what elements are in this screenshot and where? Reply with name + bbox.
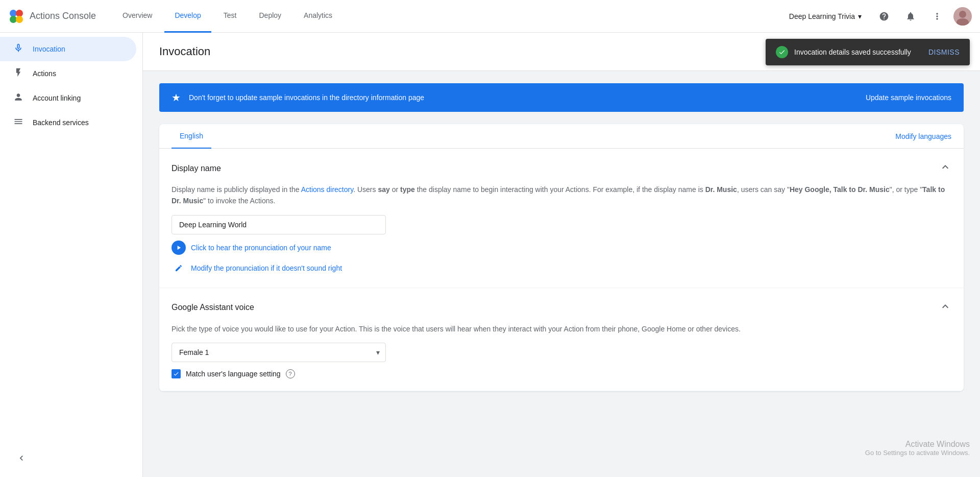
svg-point-5 <box>959 11 966 18</box>
avatar[interactable] <box>953 7 972 26</box>
info-banner: ★ Don't forget to update sample invocati… <box>159 83 964 112</box>
voice-select-wrapper: Female 1 Female 2 Male 1 Male 2 ▾ <box>172 343 386 362</box>
toast-dismiss-button[interactable]: Dismiss <box>928 48 960 56</box>
question-icon <box>879 11 889 21</box>
bell-icon <box>905 11 916 21</box>
display-name-toggle[interactable] <box>939 161 951 176</box>
voice-description: Pick the type of voice you would like to… <box>172 323 951 335</box>
svg-point-2 <box>10 16 17 23</box>
backend-icon <box>12 116 24 129</box>
app-layout: Invocation Actions Account linking Backe… <box>0 0 980 477</box>
project-selector[interactable]: Deep Learning Trivia ▾ <box>783 9 868 23</box>
app-title: Actions Console <box>30 11 96 21</box>
voice-section: Google Assistant voice Pick the type of … <box>159 288 964 391</box>
nav-overview[interactable]: Overview <box>112 0 162 33</box>
notifications-button[interactable] <box>900 6 921 27</box>
toast-message: Invocation details saved successfully <box>794 48 922 56</box>
actions-directory-link[interactable]: Actions directory <box>301 185 353 194</box>
svg-point-0 <box>10 10 17 17</box>
display-name-description: Display name is publicly displayed in th… <box>172 184 951 207</box>
display-name-header: Display name <box>172 161 951 176</box>
match-language-checkbox[interactable] <box>172 369 181 378</box>
play-icon <box>172 241 186 255</box>
update-invocations-link[interactable]: Update sample invocations <box>866 93 951 102</box>
page-title: Invocation <box>159 45 210 58</box>
banner-text: Don't forget to update sample invocation… <box>189 93 857 102</box>
display-name-title: Display name <box>172 164 221 173</box>
play-pronunciation-label: Click to hear the pronunciation of your … <box>191 244 331 252</box>
voice-header: Google Assistant voice <box>172 300 951 315</box>
google-logo-icon <box>8 8 24 25</box>
top-nav: Actions Console Overview Develop Test De… <box>0 0 980 33</box>
more-options-button[interactable] <box>927 6 947 27</box>
voice-title: Google Assistant voice <box>172 303 254 312</box>
voice-select[interactable]: Female 1 Female 2 Male 1 Male 2 <box>172 343 386 362</box>
main-card: English Modify languages Display name Di… <box>159 124 964 391</box>
chevron-down-icon: ▾ <box>858 12 862 20</box>
star-icon: ★ <box>172 91 181 104</box>
actions-icon <box>12 67 24 80</box>
help-tooltip-icon[interactable]: ? <box>286 369 295 378</box>
sidebar-backend-services-label: Backend services <box>33 118 89 127</box>
modify-languages-link[interactable]: Modify languages <box>895 124 951 149</box>
nav-develop[interactable]: Develop <box>164 0 211 33</box>
toast-check-icon <box>776 46 788 58</box>
microphone-icon <box>12 43 24 56</box>
edit-pronunciation-label: Modify the pronunciation if it doesn't s… <box>191 264 342 272</box>
tab-english[interactable]: English <box>172 124 211 149</box>
toast-notification: Invocation details saved successfully Di… <box>766 39 970 65</box>
account-icon <box>12 92 24 105</box>
sidebar-item-invocation[interactable]: Invocation <box>0 37 136 61</box>
sidebar: Invocation Actions Account linking Backe… <box>0 33 143 477</box>
svg-point-3 <box>16 16 23 23</box>
svg-point-1 <box>16 10 23 17</box>
sidebar-collapse-area <box>0 449 142 469</box>
nav-links: Overview Develop Test Deploy Analytics <box>112 0 783 33</box>
collapse-sidebar-button[interactable] <box>12 449 31 469</box>
sidebar-actions-label: Actions <box>33 69 56 78</box>
main-content: Invocation ★ Don't forget to update samp… <box>143 33 980 477</box>
match-language-row: Match user's language setting ? <box>172 369 951 378</box>
voice-toggle[interactable] <box>939 300 951 315</box>
sidebar-invocation-label: Invocation <box>33 45 65 53</box>
avatar-image <box>953 7 972 26</box>
sidebar-item-account-linking[interactable]: Account linking <box>0 86 136 110</box>
app-logo[interactable]: Actions Console <box>8 8 96 25</box>
content-area: ★ Don't forget to update sample invocati… <box>143 71 980 403</box>
nav-test[interactable]: Test <box>213 0 247 33</box>
help-button[interactable] <box>874 6 894 27</box>
more-vert-icon <box>932 11 942 21</box>
display-name-input[interactable] <box>172 215 386 234</box>
nav-deploy[interactable]: Deploy <box>249 0 292 33</box>
nav-analytics[interactable]: Analytics <box>293 0 342 33</box>
nav-right: Deep Learning Trivia ▾ <box>783 6 972 27</box>
project-name: Deep Learning Trivia <box>789 12 855 20</box>
language-tabs: English Modify languages <box>159 124 964 149</box>
match-language-label: Match user's language setting <box>186 370 281 378</box>
display-name-section: Display name Display name is publicly di… <box>159 149 964 288</box>
sidebar-account-linking-label: Account linking <box>33 94 81 102</box>
edit-pronunciation-button[interactable]: Modify the pronunciation if it doesn't s… <box>172 261 951 275</box>
edit-icon <box>172 261 186 275</box>
sidebar-item-actions[interactable]: Actions <box>0 61 136 86</box>
sidebar-item-backend-services[interactable]: Backend services <box>0 110 136 135</box>
play-pronunciation-button[interactable]: Click to hear the pronunciation of your … <box>172 241 951 255</box>
